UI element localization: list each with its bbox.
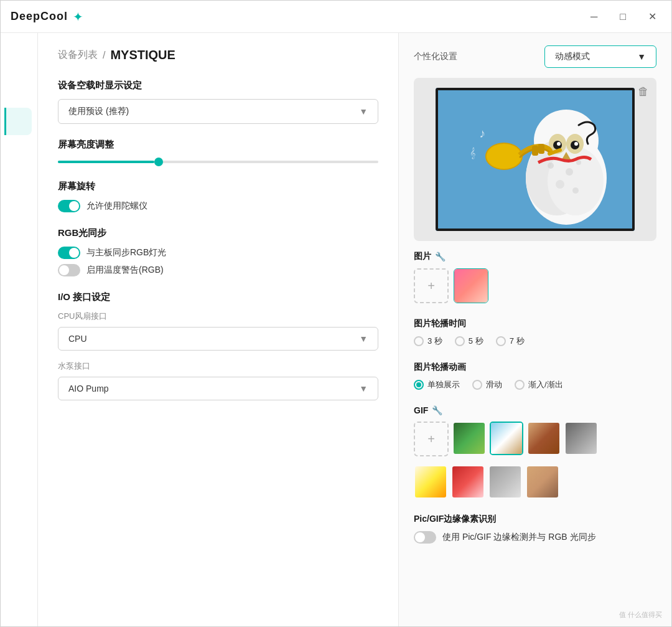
io-settings-section: I/O 接口设定 CPU风扇接口 CPU ▼ 水泵接口 AIO Pump ▼ bbox=[58, 291, 378, 400]
cpu-fan-arrow-icon: ▼ bbox=[359, 334, 368, 344]
gif-thumb-6[interactable] bbox=[451, 465, 485, 499]
gallery-thumb-1[interactable] bbox=[454, 268, 488, 303]
io-settings-title: I/O 接口设定 bbox=[58, 291, 378, 303]
brightness-slider-thumb[interactable] bbox=[154, 158, 163, 166]
logo-icon: ✦ bbox=[73, 9, 83, 24]
gif-gallery-row2 bbox=[414, 465, 656, 499]
image-section: 图片 🔧 + bbox=[414, 251, 656, 303]
radio-7s bbox=[496, 336, 506, 346]
gif-thumb-5[interactable] bbox=[414, 465, 447, 499]
radio-3s bbox=[414, 336, 424, 346]
temp-warning-toggle-row: 启用温度警告(RGB) bbox=[58, 264, 378, 276]
mode-value: 动感模式 bbox=[555, 51, 590, 62]
gif-section-label: GIF 🔧 bbox=[414, 405, 656, 415]
slideshow-animation-label: 图片轮播动画 bbox=[414, 362, 656, 373]
slideshow-time-section: 图片轮播时间 3 秒 5 秒 7 秒 bbox=[414, 318, 656, 347]
close-button[interactable]: ✕ bbox=[643, 8, 661, 25]
gif-thumb-3[interactable] bbox=[527, 422, 561, 455]
watermark: 值 什么值得买 bbox=[619, 610, 662, 620]
radio-fade bbox=[515, 380, 525, 390]
idle-display-arrow-icon: ▼ bbox=[359, 106, 368, 116]
gif-thumb-1[interactable] bbox=[452, 422, 486, 455]
svg-rect-28 bbox=[532, 146, 538, 156]
time-option-5s[interactable]: 5 秒 bbox=[455, 336, 483, 347]
edge-toggle-knob bbox=[415, 532, 425, 542]
thumb-inner-1 bbox=[454, 269, 488, 303]
radio-slide bbox=[472, 380, 482, 390]
temp-warning-label: 启用温度警告(RGB) bbox=[86, 265, 164, 276]
app-window: DeepCool ✦ ─ □ ✕ bbox=[0, 0, 672, 627]
gif-inner-7 bbox=[490, 466, 521, 497]
title-bar: DeepCool ✦ ─ □ ✕ bbox=[1, 1, 671, 33]
idle-display-value: 使用预设 (推荐) bbox=[68, 106, 129, 117]
personalization-label: 个性化设置 bbox=[414, 51, 457, 62]
breadcrumb-current: MYSTIQUE bbox=[110, 48, 175, 62]
gif-gallery-row1: + bbox=[414, 422, 656, 456]
anim-option-single[interactable]: 单独展示 bbox=[414, 379, 460, 390]
gyro-toggle-row: 允许使用陀螺仪 bbox=[58, 200, 378, 212]
gyro-toggle[interactable] bbox=[58, 200, 80, 212]
cpu-fan-dropdown[interactable]: CPU ▼ bbox=[58, 327, 378, 351]
gif-wrench-icon: 🔧 bbox=[432, 405, 442, 415]
breadcrumb: 设备列表 / MYSTIQUE bbox=[58, 48, 378, 62]
image-section-label: 图片 🔧 bbox=[414, 251, 656, 262]
mode-dropdown[interactable]: 动感模式 ▼ bbox=[544, 45, 656, 68]
radio-5s bbox=[455, 336, 465, 346]
sidebar-item-settings[interactable] bbox=[6, 589, 33, 616]
preview-delete-button[interactable]: 🗑 bbox=[638, 85, 649, 98]
edge-toggle-row: 使用 Pic/GIF 边缘检测并与 RGB 光同步 bbox=[414, 531, 656, 544]
brightness-slider-track bbox=[58, 161, 378, 163]
maximize-button[interactable]: □ bbox=[615, 9, 631, 25]
svg-rect-29 bbox=[538, 144, 544, 154]
gif-inner-8 bbox=[527, 466, 558, 497]
gif-inner-5 bbox=[415, 466, 446, 497]
rgb-sync-section: RGB光同步 与主板同步RGB灯光 启用温度警告(RGB) bbox=[58, 227, 378, 276]
motherboard-rgb-label: 与主板同步RGB灯光 bbox=[86, 247, 166, 258]
slideshow-time-label: 图片轮播时间 bbox=[414, 318, 656, 329]
gif-inner-1 bbox=[454, 423, 485, 454]
svg-point-22 bbox=[566, 168, 573, 176]
image-wrench-icon: 🔧 bbox=[435, 252, 446, 262]
gif-thumb-8[interactable] bbox=[526, 465, 559, 499]
motherboard-rgb-toggle[interactable] bbox=[58, 247, 80, 259]
minimize-button[interactable]: ─ bbox=[586, 9, 602, 25]
gif-section: GIF 🔧 + bbox=[414, 405, 656, 499]
sidebar-item-dashboard[interactable] bbox=[6, 43, 33, 70]
breadcrumb-separator: / bbox=[103, 50, 105, 61]
idle-display-dropdown[interactable]: 使用预设 (推荐) ▼ bbox=[58, 99, 378, 124]
water-pump-dropdown[interactable]: AIO Pump ▼ bbox=[58, 377, 378, 400]
temp-warning-toggle[interactable] bbox=[58, 264, 80, 276]
gif-thumb-2[interactable] bbox=[490, 422, 523, 455]
gif-inner-4 bbox=[566, 423, 597, 454]
svg-point-18 bbox=[557, 142, 561, 146]
rgb-sync-title: RGB光同步 bbox=[58, 227, 378, 239]
app-title: DeepCool bbox=[11, 10, 68, 23]
cpu-fan-label: CPU风扇接口 bbox=[58, 311, 378, 322]
add-image-button[interactable]: + bbox=[414, 268, 449, 303]
idle-display-section: 设备空载时显示设定 使用预设 (推荐) ▼ bbox=[58, 80, 378, 124]
gif-inner-6 bbox=[452, 466, 483, 497]
sidebar-item-monitor[interactable] bbox=[6, 75, 33, 103]
main-layout: 设备列表 / MYSTIQUE 设备空载时显示设定 使用预设 (推荐) ▼ 屏幕… bbox=[1, 33, 671, 626]
brightness-slider-fill bbox=[58, 161, 154, 163]
anim-option-slide[interactable]: 滑动 bbox=[472, 379, 502, 390]
breadcrumb-parent[interactable]: 设备列表 bbox=[58, 49, 98, 62]
content-area: 设备列表 / MYSTIQUE 设备空载时显示设定 使用预设 (推荐) ▼ 屏幕… bbox=[38, 33, 671, 626]
add-gif-button[interactable]: + bbox=[414, 422, 449, 456]
gif-thumb-7[interactable] bbox=[488, 465, 522, 499]
sidebar-item-device[interactable] bbox=[4, 108, 32, 135]
image-gallery: + bbox=[414, 268, 656, 303]
personalization-header: 个性化设置 动感模式 ▼ bbox=[414, 45, 656, 68]
anim-option-fade[interactable]: 渐入/渐出 bbox=[515, 379, 563, 390]
water-pump-value: AIO Pump bbox=[68, 384, 109, 394]
motherboard-toggle-knob bbox=[69, 248, 79, 258]
cpu-fan-value: CPU bbox=[68, 334, 87, 344]
edge-detection-toggle[interactable] bbox=[414, 531, 436, 544]
preview-area: 🗑 bbox=[414, 78, 656, 241]
trash-icon: 🗑 bbox=[638, 85, 649, 98]
gif-thumb-4[interactable] bbox=[564, 422, 598, 455]
time-option-7s[interactable]: 7 秒 bbox=[496, 336, 525, 347]
animation-radio-group: 单独展示 滑动 渐入/渐出 bbox=[414, 379, 656, 390]
time-option-3s[interactable]: 3 秒 bbox=[414, 336, 442, 347]
brightness-title: 屏幕亮度调整 bbox=[58, 139, 378, 151]
